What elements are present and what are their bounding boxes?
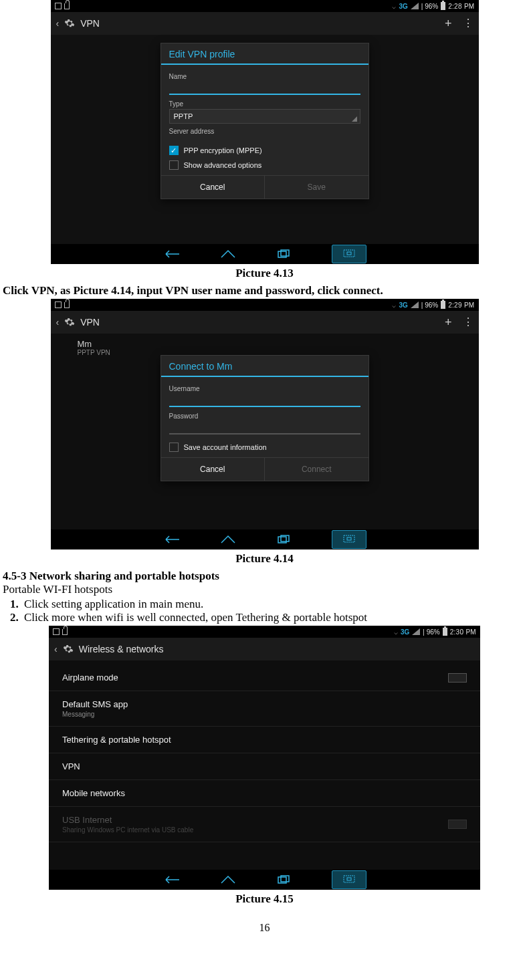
network-3g-label: 3G: [399, 3, 407, 10]
nav-back-icon[interactable]: [163, 874, 181, 885]
status-bar: ⌵ 3G | 96% 2:29 PM: [51, 299, 479, 311]
password-label: Password: [169, 412, 360, 420]
network-3g-label: 3G: [399, 301, 407, 309]
settings-gear-icon[interactable]: [64, 317, 75, 328]
back-caret-icon[interactable]: ‹: [56, 317, 60, 328]
show-advanced-row[interactable]: Show advanced options: [169, 158, 360, 172]
caption-4-15: Picture 4.15: [3, 892, 526, 906]
add-vpn-button[interactable]: +: [445, 17, 452, 31]
cancel-button[interactable]: Cancel: [161, 458, 265, 481]
battery-icon: [441, 2, 445, 10]
svg-rect-7: [347, 537, 351, 540]
screenshot-4-13: ⌵ 3G | 96% 2:28 PM ‹ VPN + ⋮ Edit VPN pr…: [51, 0, 479, 264]
connect-vpn-dialog: Connect to Mm Username Password Save acc…: [161, 355, 369, 481]
sdcard-icon: [53, 628, 60, 635]
overflow-menu-icon[interactable]: ⋮: [463, 18, 473, 29]
username-input[interactable]: [169, 394, 360, 407]
airplane-mode-toggle[interactable]: [448, 673, 467, 683]
status-bar: ⌵ 3G | 96% 2:28 PM: [51, 0, 479, 12]
airplane-mode-label: Airplane mode: [62, 672, 118, 683]
vpn-entry-name: Mm: [78, 339, 110, 349]
show-advanced-checkbox[interactable]: [169, 160, 179, 170]
nav-screenshot-button[interactable]: [332, 870, 366, 889]
usb-internet-label: USB Internet: [62, 815, 112, 825]
settings-gear-icon[interactable]: [63, 644, 74, 654]
save-account-checkbox[interactable]: [169, 443, 179, 452]
bluetooth-icon: ⌵: [392, 3, 396, 10]
type-label: Type: [169, 100, 360, 108]
actionbar-title: VPN: [80, 18, 439, 29]
connect-button[interactable]: Connect: [264, 458, 368, 481]
battery-percent: | 96%: [421, 301, 438, 309]
nav-recent-icon[interactable]: [276, 534, 293, 545]
ppp-encryption-label: PPP encryption (MPPE): [184, 146, 262, 154]
default-sms-sub: Messaging: [62, 711, 467, 718]
bluetooth-icon: ⌵: [392, 301, 396, 309]
sdcard-icon: [55, 301, 62, 308]
back-caret-icon[interactable]: ‹: [56, 18, 60, 29]
back-caret-icon[interactable]: ‹: [54, 644, 58, 654]
instruction-line-1: Click VPN, as Picture 4.14, input VPN us…: [3, 284, 526, 297]
mobile-networks-item[interactable]: Mobile networks: [49, 780, 480, 807]
vpn-label: VPN: [62, 761, 80, 771]
page-number: 16: [3, 922, 526, 934]
cancel-button[interactable]: Cancel: [161, 176, 265, 199]
usb-internet-sub: Sharing Windows PC internet via USB cabl…: [62, 826, 467, 834]
default-sms-item[interactable]: Default SMS app Messaging: [49, 691, 480, 727]
svg-rect-2: [344, 250, 354, 257]
nav-recent-icon[interactable]: [276, 874, 293, 885]
clock-time: 2:29 PM: [448, 301, 474, 309]
svg-rect-10: [344, 876, 354, 882]
svg-rect-6: [344, 535, 354, 542]
tethering-item[interactable]: Tethering & portable hotspot: [49, 727, 480, 753]
lock-icon: [62, 629, 68, 635]
nav-bar: [49, 870, 480, 890]
clock-time: 2:28 PM: [448, 3, 474, 10]
steps-list: Click setting application in main menu. …: [3, 598, 526, 624]
battery-percent: | 96%: [423, 628, 439, 636]
vpn-item[interactable]: VPN: [49, 753, 480, 780]
screenshot-4-14: ⌵ 3G | 96% 2:29 PM ‹ VPN + ⋮ Mm PPTP VPN: [51, 299, 479, 549]
save-button[interactable]: Save: [264, 176, 368, 199]
actionbar-title: VPN: [80, 317, 439, 328]
nav-back-icon[interactable]: [163, 249, 181, 259]
signal-icon: [411, 3, 419, 9]
nav-recent-icon[interactable]: [276, 249, 293, 259]
default-sms-label: Default SMS app: [62, 699, 128, 709]
nav-back-icon[interactable]: [163, 534, 181, 545]
save-account-row[interactable]: Save account information: [169, 440, 360, 455]
ppp-encryption-checkbox[interactable]: ✓: [169, 146, 179, 155]
add-vpn-button[interactable]: +: [445, 316, 452, 330]
status-bar: ⌵ 3G | 96% 2:30 PM: [49, 626, 480, 638]
settings-gear-icon[interactable]: [64, 18, 75, 29]
type-select[interactable]: PPTP: [169, 109, 360, 124]
action-bar: ‹ VPN + ⋮: [51, 311, 479, 334]
nav-screenshot-button[interactable]: [332, 245, 366, 263]
edit-vpn-dialog: Edit VPN profile Name Type PPTP Server a…: [161, 43, 369, 199]
vpn-entry-sub: PPTP VPN: [78, 349, 110, 356]
nav-screenshot-button[interactable]: [332, 530, 366, 549]
nav-home-icon[interactable]: [219, 534, 237, 545]
lock-icon: [64, 302, 70, 308]
password-input[interactable]: [169, 421, 360, 435]
nav-home-icon[interactable]: [219, 874, 237, 885]
nav-home-icon[interactable]: [219, 249, 237, 259]
signal-icon: [411, 301, 419, 308]
server-address-label: Server address: [169, 128, 360, 135]
username-label: Username: [169, 385, 360, 392]
airplane-mode-item[interactable]: Airplane mode: [49, 664, 480, 691]
action-bar: ‹ VPN + ⋮: [51, 12, 479, 35]
overflow-menu-icon[interactable]: ⋮: [463, 317, 473, 328]
portable-wifi-line: Portable WI-FI hotspots: [3, 583, 526, 596]
caption-4-13: Picture 4.13: [3, 267, 526, 280]
vpn-list-entry[interactable]: Mm PPTP VPN: [78, 339, 110, 356]
name-input[interactable]: [169, 82, 360, 95]
nav-bar: [51, 244, 479, 264]
screen-body: Edit VPN profile Name Type PPTP Server a…: [51, 35, 479, 244]
caption-4-14: Picture 4.14: [3, 552, 526, 566]
ppp-encryption-row[interactable]: ✓ PPP encryption (MPPE): [169, 143, 360, 158]
clock-time: 2:30 PM: [450, 628, 476, 636]
sdcard-icon: [55, 3, 62, 9]
show-advanced-label: Show advanced options: [184, 161, 262, 169]
dialog-title: Connect to Mm: [161, 356, 368, 377]
